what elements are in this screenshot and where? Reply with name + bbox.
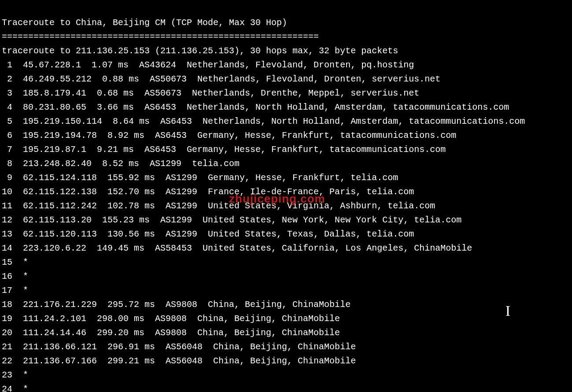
hop-row: 8 213.248.82.40 8.52 ms AS1299 telia.com [2, 159, 240, 169]
hop-row: 22 211.136.67.166 299.21 ms AS56048 Chin… [2, 356, 356, 366]
hop-row: 13 62.115.120.113 130.56 ms AS1299 Unite… [2, 229, 414, 239]
separator-line: ========================================… [2, 32, 319, 42]
hops-list: 1 45.67.228.1 1.07 ms AS43624 Netherland… [2, 58, 572, 392]
hop-row: 14 223.120.6.22 149.45 ms AS58453 United… [2, 243, 472, 253]
hop-row: 24 * [2, 384, 28, 392]
hop-row: 9 62.115.124.118 155.92 ms AS1299 German… [2, 173, 398, 183]
hop-row: 21 211.136.66.121 296.91 ms AS56048 Chin… [2, 342, 356, 352]
hop-row: 18 221.176.21.229 295.72 ms AS9808 China… [2, 300, 351, 310]
hop-row: 7 195.219.87.1 9.21 ms AS6453 Germany, H… [2, 144, 446, 155]
hop-row: 6 195.219.194.78 8.92 ms AS6453 Germany,… [2, 130, 456, 141]
hop-row: 5 195.219.150.114 8.64 ms AS6453 Netherl… [2, 116, 525, 126]
hop-row: 3 185.8.179.41 0.68 ms AS50673 Netherlan… [2, 88, 419, 98]
hop-row: 15 * [2, 257, 28, 267]
hop-row: 20 111.24.14.46 299.20 ms AS9808 China, … [2, 328, 340, 338]
hop-row: 2 46.249.55.212 0.88 ms AS50673 Netherla… [2, 74, 440, 84]
traceroute-subtitle: traceroute to 211.136.25.153 (211.136.25… [2, 46, 398, 56]
hop-row: 16 * [2, 271, 28, 281]
hop-row: 19 111.24.2.101 298.00 ms AS9808 China, … [2, 314, 340, 324]
hop-row: 10 62.115.122.138 152.70 ms AS1299 Franc… [2, 187, 414, 197]
hop-row: 4 80.231.80.65 3.66 ms AS6453 Netherland… [2, 102, 509, 112]
hop-row: 11 62.115.112.242 102.78 ms AS1299 Unite… [2, 201, 435, 211]
terminal-output[interactable]: Traceroute to China, Beijing CM (TCP Mod… [0, 0, 572, 392]
hop-row: 1 45.67.228.1 1.07 ms AS43624 Netherland… [2, 60, 414, 70]
hop-row: 17 * [2, 285, 28, 296]
traceroute-title: Traceroute to China, Beijing CM (TCP Mod… [2, 18, 287, 28]
hop-row: 12 62.115.113.20 155.23 ms AS1299 United… [2, 215, 461, 225]
hop-row: 23 * [2, 370, 28, 380]
